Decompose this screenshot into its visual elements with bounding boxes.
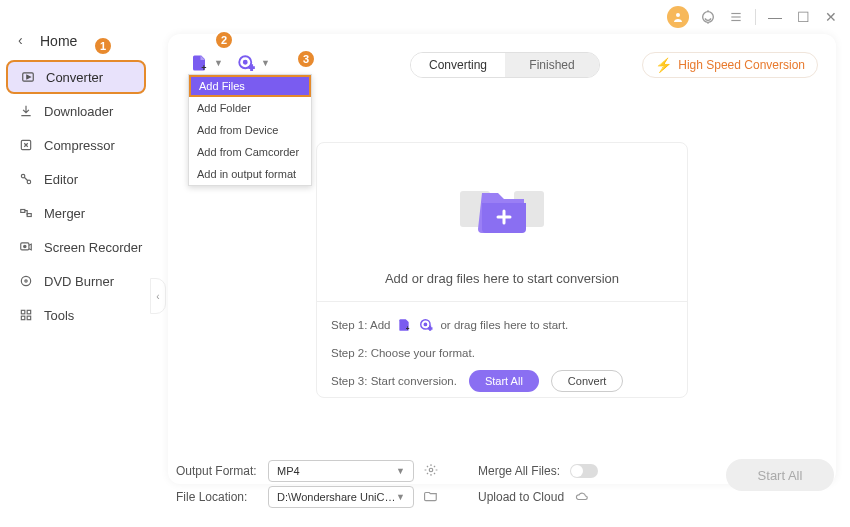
svg-point-0 xyxy=(676,13,680,17)
svg-rect-19 xyxy=(27,316,31,320)
merge-label: Merge All Files: xyxy=(478,464,560,478)
svg-rect-18 xyxy=(21,316,25,320)
svg-rect-16 xyxy=(21,310,25,314)
start-all-mini-button[interactable]: Start All xyxy=(469,370,539,392)
open-folder-icon[interactable] xyxy=(424,489,438,506)
sidebar-item-editor[interactable]: Editor xyxy=(6,162,146,196)
dropzone-title: Add or drag files here to start conversi… xyxy=(317,271,687,286)
sidebar-item-tools[interactable]: Tools xyxy=(6,298,146,332)
sidebar: Converter Downloader Compressor Editor M… xyxy=(6,60,146,332)
sidebar-label: Tools xyxy=(44,308,74,323)
sidebar-item-downloader[interactable]: Downloader xyxy=(6,94,146,128)
tools-icon xyxy=(18,307,34,323)
user-avatar[interactable] xyxy=(667,6,689,28)
add-file-icon[interactable]: + xyxy=(188,52,210,74)
chevron-down-icon: ▼ xyxy=(396,466,405,476)
svg-rect-17 xyxy=(27,310,31,314)
sidebar-label: Screen Recorder xyxy=(44,240,142,255)
dvd-icon xyxy=(18,273,34,289)
sidebar-item-recorder[interactable]: Screen Recorder xyxy=(6,230,146,264)
settings-gear-icon[interactable] xyxy=(424,463,438,480)
sidebar-item-compressor[interactable]: Compressor xyxy=(6,128,146,162)
cloud-icon[interactable] xyxy=(574,489,590,506)
compressor-icon xyxy=(18,137,34,153)
step2: Step 2: Choose your format. xyxy=(331,339,673,367)
svg-text:+: + xyxy=(201,63,206,72)
sidebar-label: Compressor xyxy=(44,138,115,153)
svg-rect-10 xyxy=(21,210,25,213)
chevron-down-icon: ▼ xyxy=(396,492,405,502)
close-button[interactable]: ✕ xyxy=(822,8,840,26)
sidebar-item-merger[interactable]: Merger xyxy=(6,196,146,230)
menu-add-folder[interactable]: Add Folder xyxy=(189,97,311,119)
svg-point-13 xyxy=(24,245,26,247)
svg-point-22 xyxy=(244,61,247,64)
sidebar-item-dvd[interactable]: DVD Burner xyxy=(6,264,146,298)
svg-rect-11 xyxy=(27,214,31,217)
annotation-badge-1: 1 xyxy=(93,36,113,56)
support-icon[interactable] xyxy=(699,8,717,26)
high-speed-button[interactable]: ⚡ High Speed Conversion xyxy=(642,52,818,78)
tab-finished[interactable]: Finished xyxy=(505,53,599,77)
menu-add-output-format[interactable]: Add in output format xyxy=(189,163,311,185)
download-icon xyxy=(18,103,34,119)
svg-point-32 xyxy=(429,468,433,472)
file-location-select[interactable]: D:\Wondershare UniConverter 1 ▼ xyxy=(268,486,414,508)
sidebar-collapse-handle[interactable]: ‹ xyxy=(150,278,166,314)
maximize-button[interactable]: ☐ xyxy=(794,8,812,26)
hsc-label: High Speed Conversion xyxy=(678,58,805,72)
upload-cloud-label: Upload to Cloud xyxy=(478,490,564,504)
svg-point-14 xyxy=(21,276,30,285)
merger-icon xyxy=(18,205,34,221)
steps-block: Step 1: Add + + or drag files here to st… xyxy=(331,311,673,395)
svg-text:+: + xyxy=(429,325,433,332)
add-file-dropdown-caret[interactable]: ▼ xyxy=(214,58,223,68)
add-disc-dropdown-caret[interactable]: ▼ xyxy=(261,58,270,68)
output-format-value: MP4 xyxy=(277,465,300,477)
merge-toggle[interactable] xyxy=(570,464,598,478)
svg-point-30 xyxy=(425,323,427,325)
convert-mini-button[interactable]: Convert xyxy=(551,370,624,392)
tab-converting[interactable]: Converting xyxy=(411,53,505,77)
back-button[interactable]: ‹ xyxy=(18,32,23,48)
add-dropdown-menu: Add Files Add Folder Add from Device Add… xyxy=(188,74,312,186)
menu-add-device[interactable]: Add from Device xyxy=(189,119,311,141)
svg-point-15 xyxy=(25,280,27,282)
add-disc-mini-icon[interactable]: + xyxy=(418,317,434,333)
sidebar-label: Converter xyxy=(46,70,103,85)
annotation-badge-3: 3 xyxy=(296,49,316,69)
sidebar-label: Editor xyxy=(44,172,78,187)
annotation-badge-2: 2 xyxy=(214,30,234,50)
step1-post: or drag files here to start. xyxy=(440,311,568,339)
sidebar-item-converter[interactable]: Converter xyxy=(6,60,146,94)
folder-illustration xyxy=(442,173,562,243)
output-format-label: Output Format: xyxy=(176,464,258,478)
main-panel: + ▼ + ▼ Converting Finished ⚡ High Speed… xyxy=(168,34,836,484)
menu-icon[interactable] xyxy=(727,8,745,26)
status-tabs: Converting Finished xyxy=(410,52,600,78)
drop-zone[interactable]: Add or drag files here to start conversi… xyxy=(316,142,688,398)
bolt-icon: ⚡ xyxy=(655,57,672,73)
converter-icon xyxy=(20,69,36,85)
output-format-select[interactable]: MP4 ▼ xyxy=(268,460,414,482)
step3: Step 3: Start conversion. xyxy=(331,367,457,395)
menu-add-camcorder[interactable]: Add from Camcorder xyxy=(189,141,311,163)
add-file-mini-icon[interactable]: + xyxy=(396,317,412,333)
start-all-button[interactable]: Start All xyxy=(726,459,834,491)
sidebar-label: DVD Burner xyxy=(44,274,114,289)
svg-marker-6 xyxy=(27,75,30,79)
editor-icon xyxy=(18,171,34,187)
svg-text:+: + xyxy=(406,325,410,332)
sidebar-label: Merger xyxy=(44,206,85,221)
file-location-label: File Location: xyxy=(176,490,258,504)
home-link[interactable]: Home xyxy=(40,33,77,49)
sidebar-label: Downloader xyxy=(44,104,113,119)
step1-pre: Step 1: Add xyxy=(331,311,390,339)
file-location-value: D:\Wondershare UniConverter 1 xyxy=(277,491,396,503)
add-disc-icon[interactable]: + xyxy=(235,52,257,74)
recorder-icon xyxy=(18,239,34,255)
svg-text:+: + xyxy=(249,63,254,72)
menu-add-files[interactable]: Add Files xyxy=(189,75,311,97)
minimize-button[interactable]: — xyxy=(766,8,784,26)
